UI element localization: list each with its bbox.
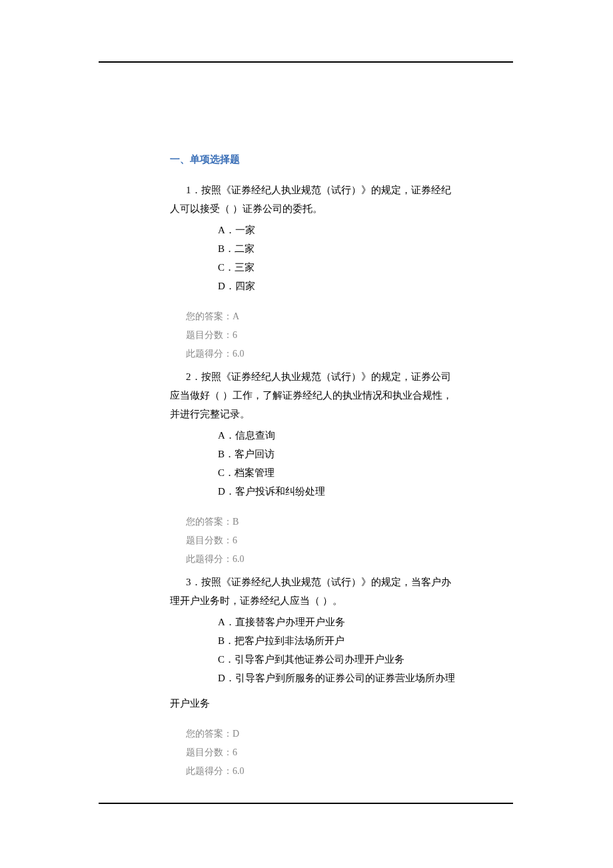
option-a: A．直接替客户办理开户业务	[218, 613, 458, 631]
answer-label: 您的答案：	[186, 311, 233, 321]
points-label: 题目分数：	[186, 535, 233, 545]
score-value: 6.0	[233, 766, 245, 776]
options-list: A．一家 B．二家 C．三家 D．四家	[218, 221, 458, 295]
option-b: B．客户回访	[218, 445, 458, 463]
option-label: C．	[218, 654, 235, 665]
option-text: 二家	[235, 243, 255, 254]
answer-value: A	[233, 311, 239, 321]
question-score: 此题得分：6.0	[170, 345, 458, 363]
option-label: A．	[218, 225, 235, 235]
option-label: C．	[218, 262, 235, 273]
option-text: 三家	[235, 262, 255, 273]
option-label: D．	[218, 486, 235, 497]
question-text: 1．按照《证券经纪人执业规范（试行）》的规定，证券经纪人可以接受（ ）证券公司的…	[170, 181, 458, 218]
option-text: 直接替客户办理开户业务	[235, 617, 345, 627]
option-label: A．	[218, 617, 235, 627]
question-text: 2．按照《证券经纪人执业规范（试行）》的规定，证券公司应当做好（ ）工作，了解证…	[170, 367, 458, 423]
option-d-continuation: 开户业务	[170, 694, 458, 713]
question-score: 此题得分：6.0	[170, 762, 458, 781]
option-label: B．	[218, 243, 235, 254]
option-a: A．一家	[218, 221, 458, 239]
question-number: 3．	[186, 577, 201, 587]
question-3: 3．按照《证券经纪人执业规范（试行）》的规定，当客户办理开户业务时，证券经纪人应…	[170, 573, 458, 781]
option-text: 一家	[235, 225, 255, 235]
options-list: A．直接替客户办理开户业务 B．把客户拉到非法场所开户 C．引导客户到其他证券公…	[218, 613, 458, 687]
question-points: 题目分数：6	[170, 531, 458, 550]
points-label: 题目分数：	[186, 330, 233, 340]
options-list: A．信息查询 B．客户回访 C．档案管理 D．客户投诉和纠纷处理	[218, 426, 458, 501]
option-text: 引导客户到其他证券公司办理开户业务	[235, 654, 404, 665]
option-text: 客户回访	[235, 449, 275, 459]
option-a: A．信息查询	[218, 426, 458, 445]
question-1: 1．按照《证券经纪人执业规范（试行）》的规定，证券经纪人可以接受（ ）证券公司的…	[170, 181, 458, 363]
top-rule	[99, 61, 513, 63]
points-value: 6	[233, 747, 237, 757]
question-score: 此题得分：6.0	[170, 550, 458, 569]
option-d: D．引导客户到所服务的证券公司的证券营业场所办理	[218, 669, 458, 687]
question-number: 1．	[186, 185, 201, 195]
points-label: 题目分数：	[186, 747, 233, 757]
score-label: 此题得分：	[186, 349, 233, 359]
your-answer: 您的答案：A	[170, 307, 458, 326]
your-answer: 您的答案：B	[170, 513, 458, 531]
option-text: 客户投诉和纠纷处理	[235, 486, 325, 497]
points-value: 6	[233, 330, 237, 340]
bottom-rule	[99, 803, 513, 804]
option-text: 把客户拉到非法场所开户	[235, 635, 344, 646]
answer-label: 您的答案：	[186, 517, 233, 527]
section-title: 一、单项选择题	[170, 153, 458, 166]
question-points: 题目分数：6	[170, 326, 458, 345]
option-b: B．把客户拉到非法场所开户	[218, 631, 458, 650]
question-body: 按照《证券经纪人执业规范（试行）》的规定，当客户办理开户业务时，证券经纪人应当（…	[170, 577, 451, 606]
option-label: C．	[218, 467, 235, 478]
option-c: C．档案管理	[218, 463, 458, 482]
answer-meta: 您的答案：D 题目分数：6 此题得分：6.0	[170, 725, 458, 781]
option-label: D．	[218, 281, 235, 291]
answer-value: D	[233, 729, 239, 739]
option-d: D．客户投诉和纠纷处理	[218, 482, 458, 501]
answer-value: B	[233, 517, 239, 527]
option-text: 信息查询	[235, 430, 275, 441]
question-body: 按照《证券经纪人执业规范（试行）》的规定，证券经纪人可以接受（ ）证券公司的委托…	[170, 185, 451, 214]
option-d: D．四家	[218, 277, 458, 295]
option-c: C．三家	[218, 258, 458, 277]
question-number: 2．	[186, 371, 201, 382]
points-value: 6	[233, 535, 237, 545]
question-points: 题目分数：6	[170, 743, 458, 762]
option-label: D．	[218, 673, 235, 683]
score-label: 此题得分：	[186, 766, 233, 776]
option-label: B．	[218, 449, 235, 459]
question-2: 2．按照《证券经纪人执业规范（试行）》的规定，证券公司应当做好（ ）工作，了解证…	[170, 367, 458, 569]
question-body: 按照《证券经纪人执业规范（试行）》的规定，证券公司应当做好（ ）工作，了解证券经…	[170, 371, 452, 419]
document-content: 一、单项选择题 1．按照《证券经纪人执业规范（试行）》的规定，证券经纪人可以接受…	[170, 153, 458, 785]
question-text: 3．按照《证券经纪人执业规范（试行）》的规定，当客户办理开户业务时，证券经纪人应…	[170, 573, 458, 610]
answer-label: 您的答案：	[186, 729, 233, 739]
score-value: 6.0	[233, 554, 245, 564]
answer-meta: 您的答案：A 题目分数：6 此题得分：6.0	[170, 307, 458, 363]
score-label: 此题得分：	[186, 554, 233, 564]
your-answer: 您的答案：D	[170, 725, 458, 743]
option-label: B．	[218, 635, 235, 646]
option-text: 引导客户到所服务的证券公司的证券营业场所办理	[235, 673, 455, 683]
option-text: 四家	[235, 281, 255, 291]
option-label: A．	[218, 430, 235, 441]
option-c: C．引导客户到其他证券公司办理开户业务	[218, 650, 458, 669]
answer-meta: 您的答案：B 题目分数：6 此题得分：6.0	[170, 513, 458, 569]
option-b: B．二家	[218, 239, 458, 258]
score-value: 6.0	[233, 349, 245, 359]
option-text: 档案管理	[235, 467, 275, 478]
